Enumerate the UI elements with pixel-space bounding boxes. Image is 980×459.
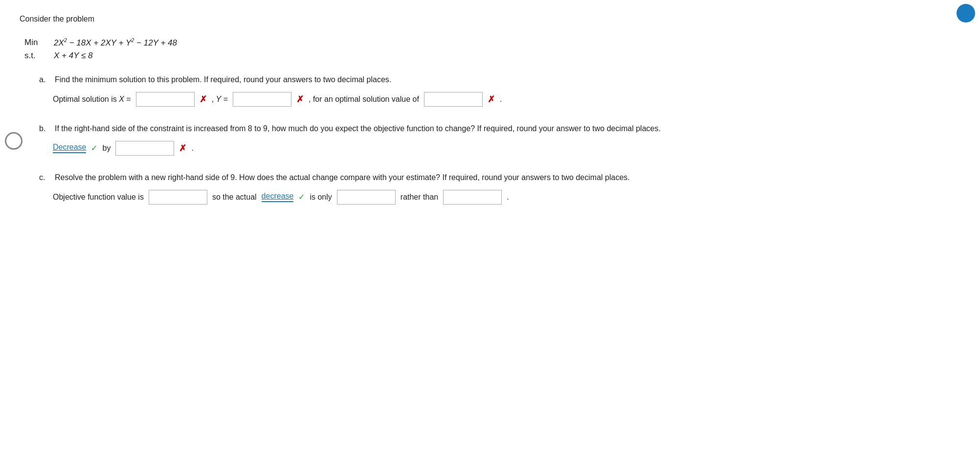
question-c-label: c. Resolve the problem with a new right-… — [39, 173, 910, 182]
c-period: . — [507, 193, 509, 202]
x-mark-2: ✗ — [296, 94, 304, 105]
q-b-letter: b. — [39, 124, 51, 133]
question-a-label: a. Find the minimum solution to this pro… — [39, 75, 910, 84]
q-a-text: Find the minimum solution to this proble… — [55, 75, 391, 84]
obj-func-label: Objective function value is — [53, 193, 144, 202]
constraint-line: s.t. X + 4Y ≤ 8 — [24, 51, 910, 61]
q-c-letter: c. — [39, 173, 51, 182]
x-mark-3: ✗ — [488, 94, 495, 105]
opt-value-input[interactable] — [424, 92, 483, 107]
constraint-expression: X + 4Y ≤ 8 — [54, 51, 92, 61]
obj-func-input[interactable] — [149, 190, 207, 205]
question-a-answer-row: Optimal solution is X = ✗ , Y = ✗ , for … — [53, 92, 910, 107]
page-container: Consider the problem Min 2X2 − 18X + 2XY… — [0, 0, 929, 237]
question-b: b. If the right-hand side of the constra… — [39, 124, 910, 156]
question-a: a. Find the minimum solution to this pro… — [39, 75, 910, 107]
x-input[interactable] — [136, 92, 195, 107]
min-label: Min — [24, 38, 49, 47]
rather-than-label: rather than — [401, 193, 438, 202]
x-mark-1: ✗ — [200, 94, 207, 105]
decrease-text[interactable]: decrease — [262, 192, 294, 202]
opt-value-label: , for an optimal solution value of — [309, 95, 419, 104]
is-only-input[interactable] — [337, 190, 396, 205]
objective-line: Min 2X2 − 18X + 2XY + Y2 − 12Y + 48 — [24, 37, 910, 48]
optimal-label: Optimal solution is X = — [53, 95, 131, 104]
y-input[interactable] — [233, 92, 291, 107]
page-title: Consider the problem — [20, 15, 910, 23]
objective-expression: 2X2 − 18X + 2XY + Y2 − 12Y + 48 — [54, 37, 177, 48]
top-right-indicator — [957, 4, 975, 23]
b-check-mark: ✓ — [91, 143, 97, 153]
st-label: s.t. — [24, 51, 49, 61]
question-c-answer-row: Objective function value is so the actua… — [53, 190, 910, 205]
b-x-mark: ✗ — [179, 143, 186, 154]
by-label: by — [102, 144, 111, 153]
question-b-label: b. If the right-hand side of the constra… — [39, 124, 910, 133]
q-c-text: Resolve the problem with a new right-han… — [55, 173, 630, 182]
q-a-letter: a. — [39, 75, 51, 84]
decrease-button[interactable]: Decrease — [53, 143, 86, 153]
period-a: . — [500, 95, 502, 104]
question-b-answer-row: Decrease ✓ by ✗ . — [53, 141, 910, 156]
decrease-amount-input[interactable] — [115, 141, 174, 156]
b-period: . — [191, 144, 193, 153]
circle-marker — [5, 132, 22, 150]
problem-block: Min 2X2 − 18X + 2XY + Y2 − 12Y + 48 s.t.… — [24, 37, 910, 61]
c-check-mark: ✓ — [298, 192, 305, 202]
q-b-text: If the right-hand side of the constraint… — [55, 124, 661, 133]
y-label: , Y = — [212, 95, 228, 104]
is-only-label: is only — [310, 193, 332, 202]
so-label: so the actual — [212, 193, 257, 202]
questions-block: a. Find the minimum solution to this pro… — [39, 75, 910, 205]
rather-than-input[interactable] — [443, 190, 502, 205]
question-c: c. Resolve the problem with a new right-… — [39, 173, 910, 205]
